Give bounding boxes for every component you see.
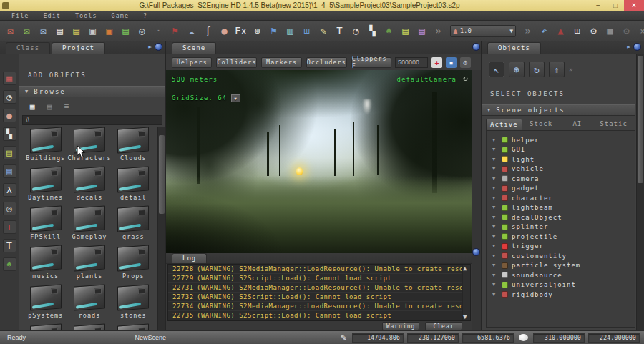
- tree-item[interactable]: ▼ universaljoint: [489, 280, 635, 290]
- more-tools-icon[interactable]: »: [569, 66, 572, 73]
- expander-icon[interactable]: ▼: [492, 234, 498, 240]
- minimize-button[interactable]: −: [590, 0, 607, 11]
- log-entry[interactable]: 22731(WARNING) S2MediaManager::LoadResou…: [168, 283, 462, 293]
- bone-icon[interactable]: ʃ: [200, 24, 215, 39]
- log-entry[interactable]: 22729(WARNING) S2Script::Load(): Cannot …: [168, 274, 462, 283]
- save-icon[interactable]: ▣: [85, 24, 100, 39]
- log-tab[interactable]: Log: [172, 253, 207, 263]
- grid-view-icon[interactable]: ▦: [26, 102, 38, 112]
- folder-item[interactable]: musics: [24, 246, 67, 284]
- scale-tool-icon[interactable]: ⇑: [549, 62, 565, 77]
- objects-tab[interactable]: Objects: [487, 42, 541, 54]
- expander-icon[interactable]: ▼: [492, 185, 498, 191]
- text-icon[interactable]: T: [332, 24, 347, 39]
- tree-item[interactable]: ▼ customentity: [489, 251, 635, 261]
- scene-mode-button[interactable]: Clippers F: [351, 57, 391, 68]
- log-entry[interactable]: 22732(WARNING) S2Script::Load(): Cannot …: [168, 293, 462, 302]
- package-green-icon[interactable]: ✉: [19, 24, 34, 39]
- folder-item[interactable]: [24, 325, 67, 330]
- folder-item[interactable]: Clouds: [112, 128, 155, 166]
- expander-icon[interactable]: ▼: [492, 243, 498, 249]
- tree-item[interactable]: ▼ trigger: [489, 242, 635, 252]
- expander-icon[interactable]: ▼: [492, 137, 498, 143]
- note-icon[interactable]: ▤: [3, 146, 16, 159]
- folder-item[interactable]: [67, 325, 111, 330]
- compass-icon[interactable]: ↻: [463, 73, 468, 83]
- tree-item[interactable]: ▼ camera: [489, 174, 635, 184]
- tree-item[interactable]: ▼ vehicle: [489, 164, 635, 175]
- scene-mode-button[interactable]: Occluders: [306, 57, 347, 68]
- folder-scrollbar[interactable]: [157, 127, 165, 330]
- tree-item[interactable]: ▼ helper: [489, 135, 635, 145]
- scroll-down-icon[interactable]: ▼: [462, 313, 470, 320]
- clouds-icon[interactable]: ☁: [184, 24, 199, 39]
- browse-path-input[interactable]: [22, 115, 162, 125]
- select-tool-icon[interactable]: ↖: [489, 62, 504, 77]
- character-icon[interactable]: λ: [3, 183, 16, 197]
- folder-item[interactable]: Gameplay: [67, 207, 111, 245]
- tree-item[interactable]: ▼ character: [489, 193, 635, 203]
- folder-item[interactable]: pSystems: [24, 285, 67, 323]
- warning-filter-button[interactable]: Warning: [382, 322, 419, 330]
- expander-icon[interactable]: ▼: [492, 272, 498, 278]
- tile-view-icon[interactable]: ▤: [44, 102, 55, 112]
- clock-gear-icon[interactable]: ◎: [3, 202, 16, 215]
- log-scrollbar[interactable]: ▲ ▼: [462, 265, 470, 320]
- overflow-marker[interactable]: »: [635, 24, 644, 39]
- text-icon[interactable]: T: [3, 239, 16, 252]
- folder-item[interactable]: Buildings: [24, 128, 67, 166]
- undo-icon[interactable]: ↶: [537, 24, 552, 39]
- open-file-icon[interactable]: ▤: [69, 24, 84, 39]
- clock-icon[interactable]: ◔: [348, 24, 364, 39]
- menu-item[interactable]: File: [4, 12, 36, 19]
- expander-icon[interactable]: ▼: [492, 215, 498, 220]
- save-as-icon[interactable]: ▣: [102, 24, 117, 39]
- note-yellow-icon[interactable]: ▤: [398, 24, 413, 39]
- log-list[interactable]: 22728(WARNING) S2MediaManager::LoadResou…: [167, 264, 471, 321]
- folder-item[interactable]: roads: [67, 285, 111, 323]
- left-panel-tab[interactable]: Project: [52, 42, 105, 54]
- scene-objects-header[interactable]: ▼ Scene objects: [482, 104, 635, 116]
- tree-item[interactable]: ▼ gadget: [489, 184, 635, 194]
- package-blue-icon[interactable]: ✉: [36, 24, 51, 39]
- export-icon[interactable]: ▤: [118, 24, 133, 39]
- scene-mode-button[interactable]: Helpers: [172, 57, 212, 68]
- collapse-objects-button[interactable]: [633, 43, 641, 51]
- package-red-icon[interactable]: ✉: [3, 24, 18, 39]
- folder-item[interactable]: Props: [112, 246, 155, 284]
- expander-icon[interactable]: ▼: [492, 224, 498, 230]
- grid-dropdown-icon[interactable]: ▼: [231, 94, 240, 102]
- checker-icon[interactable]: ▚: [365, 24, 380, 39]
- tree-item[interactable]: ▼ lightbeam: [489, 203, 635, 213]
- tree-item[interactable]: ▼ projectile: [489, 232, 635, 242]
- left-panel-tab[interactable]: Class: [6, 42, 50, 54]
- scene-mode-button[interactable]: Markers: [261, 57, 301, 68]
- sphere-icon[interactable]: ●: [217, 24, 232, 39]
- tree-item[interactable]: ▼ light: [489, 154, 635, 164]
- zoom-dropdown[interactable]: ♟ 1.0 ▼: [450, 25, 516, 37]
- scene-mode-button[interactable]: Colliders: [216, 57, 257, 68]
- scroll-up-icon[interactable]: ▲: [462, 265, 470, 320]
- fx-icon[interactable]: Fx: [233, 24, 248, 39]
- menu-item[interactable]: ?: [136, 12, 155, 19]
- scene-tab[interactable]: Scene: [172, 42, 216, 54]
- scene-objects-tree[interactable]: ▼ helper ▼ GUI ▼ light ▼: [486, 130, 635, 328]
- wheel-icon[interactable]: ⊛: [250, 24, 265, 39]
- expander-icon[interactable]: ▼: [492, 176, 498, 182]
- viewport-settings-icon[interactable]: ⚙: [460, 57, 471, 68]
- grid-icon[interactable]: ⊞: [570, 24, 585, 39]
- notes-icon[interactable]: ▥: [283, 24, 298, 39]
- objects-filter-tab[interactable]: AI: [560, 119, 595, 130]
- new-file-icon[interactable]: ▤: [52, 24, 67, 39]
- objects-filter-tab[interactable]: Active: [486, 119, 522, 130]
- collapse-panel-button[interactable]: [155, 43, 162, 51]
- gear-icon[interactable]: ⚙: [586, 24, 601, 39]
- menu-item[interactable]: Tools: [68, 12, 104, 19]
- log-entry[interactable]: 22735(WARNING) S2Script::Load(): Cannot …: [168, 311, 462, 320]
- tree-item[interactable]: ▼ GUI: [489, 145, 635, 155]
- maximize-button[interactable]: □: [607, 0, 624, 11]
- expander-icon[interactable]: ▼: [492, 282, 498, 288]
- folder-item[interactable]: decals: [67, 167, 111, 205]
- folder-item[interactable]: plants: [67, 246, 111, 284]
- expander-icon[interactable]: ▼: [492, 195, 498, 201]
